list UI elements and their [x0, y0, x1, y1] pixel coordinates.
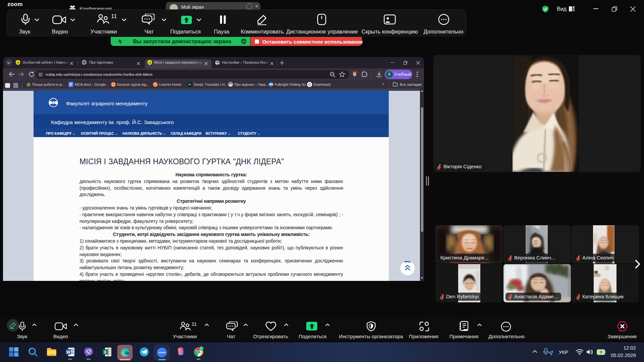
svg-text:Н: Н: [149, 61, 151, 64]
svg-text:W: W: [66, 350, 70, 355]
svg-text:G: G: [308, 82, 311, 86]
svg-text:X: X: [104, 350, 106, 355]
svg-text:Н: Н: [17, 61, 19, 64]
